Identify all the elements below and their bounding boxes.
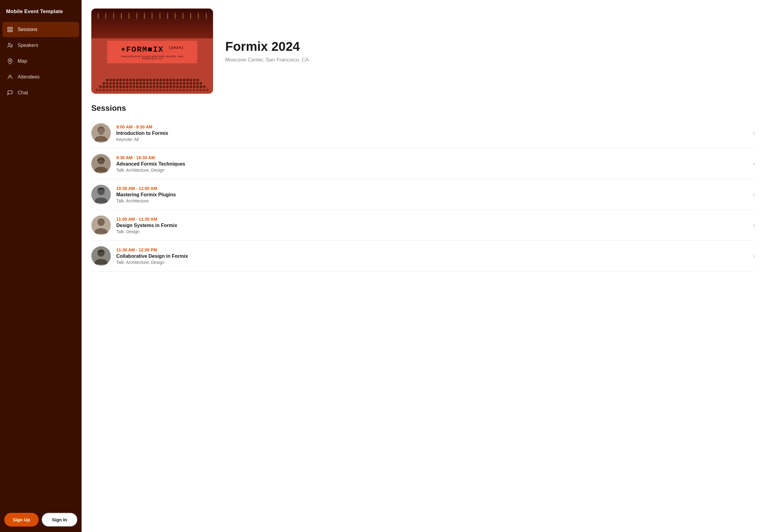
session-content: 11:30 AM - 12:00 PM Collaborative Design… (116, 247, 748, 265)
sidebar-item-speakers[interactable]: Speakers (2, 38, 79, 53)
session-item[interactable]: 11:30 AM - 12:00 PM Collaborative Design… (91, 241, 755, 271)
main-content: ✶FORM■IX [2024] INNOVATING AT SCALE MOSC… (82, 0, 767, 532)
speakers-icon (7, 42, 13, 49)
sidebar-item-attendees[interactable]: Attendees (2, 69, 79, 85)
sidebar: Mobile Event Template Sessions Speakers … (0, 0, 82, 532)
session-title: Introduction to Formix (116, 131, 748, 136)
avatar (91, 215, 111, 235)
sidebar-item-map[interactable]: Map (2, 54, 79, 69)
session-type: Talk: Architecture, Design (116, 168, 748, 173)
session-type: Talk: Architecture, Design (116, 260, 748, 265)
sessions-heading: Sessions (91, 103, 755, 113)
sidebar-item-label: Map (18, 58, 27, 64)
svg-point-19 (97, 249, 105, 257)
grid-icon (7, 26, 13, 33)
session-time: 11:30 AM - 12:00 PM (116, 247, 748, 252)
svg-point-6 (9, 75, 11, 77)
session-content: 9:30 AM - 10:30 AM Advanced Formix Techn… (116, 155, 748, 173)
event-location: Moscone Center, San Francisco, CA (225, 57, 755, 63)
session-list: 9:00 AM - 9:30 AM Introduction to Formix… (91, 118, 755, 271)
avatar (91, 154, 111, 173)
sidebar-item-label: Speakers (18, 43, 38, 48)
session-content: 9:00 AM - 9:30 AM Introduction to Formix… (116, 124, 748, 142)
session-title: Mastering Formix Plugins (116, 192, 748, 198)
svg-point-13 (97, 157, 105, 164)
session-type: Keynote: All (116, 137, 748, 142)
sidebar-item-label: Chat (18, 90, 28, 96)
chevron-right-icon: › (753, 130, 755, 136)
session-item[interactable]: 10:30 AM - 11:00 AM Mastering Formix Plu… (91, 179, 755, 210)
ceiling-lights (91, 13, 213, 19)
session-time: 10:30 AM - 11:00 AM (116, 186, 748, 191)
session-time: 11:00 AM - 11:30 AM (116, 217, 748, 222)
svg-point-5 (9, 60, 11, 61)
map-icon (7, 58, 13, 65)
chevron-right-icon: › (753, 253, 755, 259)
event-header: ✶FORM■IX [2024] INNOVATING AT SCALE MOSC… (91, 9, 755, 94)
session-item[interactable]: 11:00 AM - 11:30 AM Design Systems in Fo… (91, 210, 755, 241)
session-item[interactable]: 9:00 AM - 9:30 AM Introduction to Formix… (91, 118, 755, 149)
avatar (91, 123, 111, 143)
chat-icon (7, 89, 13, 96)
sidebar-nav: Sessions Speakers Map Attendees (0, 22, 82, 507)
session-type: Talk: Design (116, 229, 748, 234)
session-item[interactable]: 9:30 AM - 10:30 AM Advanced Formix Techn… (91, 149, 755, 179)
avatar (91, 246, 111, 266)
svg-rect-3 (11, 30, 12, 32)
session-content: 10:30 AM - 11:00 AM Mastering Formix Plu… (116, 186, 748, 203)
svg-point-4 (8, 43, 10, 45)
svg-rect-0 (8, 27, 10, 29)
svg-rect-2 (8, 30, 10, 32)
sidebar-item-chat[interactable]: Chat (2, 85, 79, 100)
svg-rect-7 (8, 91, 12, 94)
session-title: Design Systems in Formix (116, 223, 748, 228)
event-logo: ✶FORM■IX [2024] (114, 44, 190, 54)
session-content: 11:00 AM - 11:30 AM Design Systems in Fo… (116, 217, 748, 234)
event-image: ✶FORM■IX [2024] INNOVATING AT SCALE MOSC… (91, 9, 213, 94)
chevron-right-icon: › (753, 222, 755, 229)
event-info: Formix 2024 Moscone Center, San Francisc… (225, 39, 755, 63)
session-time: 9:30 AM - 10:30 AM (116, 155, 748, 160)
sidebar-item-label: Sessions (18, 27, 37, 32)
signin-button[interactable]: Sign In (42, 513, 77, 527)
event-title: Formix 2024 (225, 39, 755, 54)
svg-point-11 (99, 132, 103, 135)
session-title: Collaborative Design in Formix (116, 254, 748, 259)
avatar (91, 185, 111, 204)
session-title: Advanced Formix Techniques (116, 161, 748, 167)
session-type: Talk: Architecture (116, 198, 748, 203)
sidebar-item-sessions[interactable]: Sessions (2, 22, 79, 37)
svg-rect-1 (11, 27, 12, 29)
chevron-right-icon: › (753, 191, 755, 198)
attendees-icon (7, 74, 13, 80)
session-time: 9:00 AM - 9:30 AM (116, 124, 748, 129)
chevron-right-icon: › (753, 161, 755, 167)
app-title: Mobile Event Template (0, 0, 82, 22)
sidebar-item-label: Attendees (18, 74, 40, 80)
signup-button[interactable]: Sign Up (4, 513, 39, 527)
chair-rows (91, 55, 213, 94)
auth-buttons: Sign Up Sign In (0, 507, 82, 532)
